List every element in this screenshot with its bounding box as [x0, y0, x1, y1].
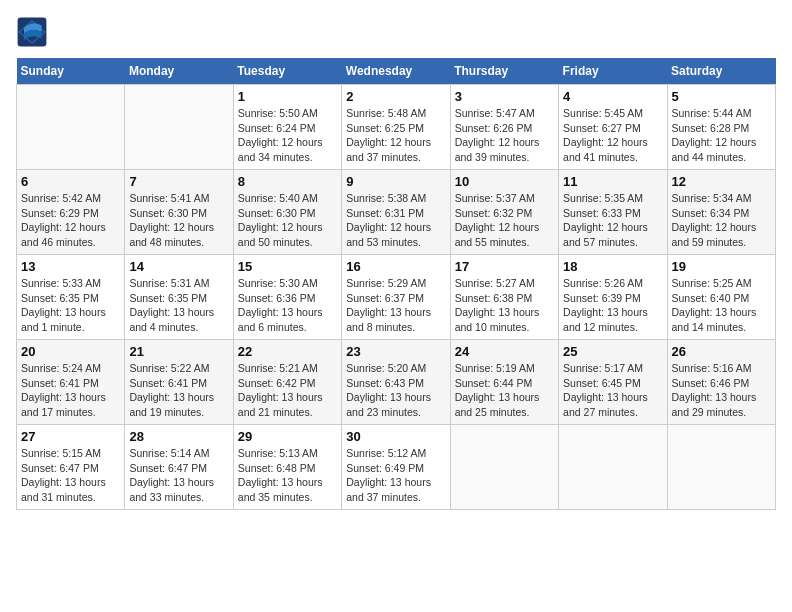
day-number: 18	[563, 259, 662, 274]
calendar-cell: 28Sunrise: 5:14 AM Sunset: 6:47 PM Dayli…	[125, 425, 233, 510]
calendar-cell	[450, 425, 558, 510]
calendar-week-row: 1Sunrise: 5:50 AM Sunset: 6:24 PM Daylig…	[17, 85, 776, 170]
calendar-cell: 1Sunrise: 5:50 AM Sunset: 6:24 PM Daylig…	[233, 85, 341, 170]
calendar-week-row: 6Sunrise: 5:42 AM Sunset: 6:29 PM Daylig…	[17, 170, 776, 255]
day-number: 12	[672, 174, 771, 189]
calendar-cell: 7Sunrise: 5:41 AM Sunset: 6:30 PM Daylig…	[125, 170, 233, 255]
calendar-cell: 5Sunrise: 5:44 AM Sunset: 6:28 PM Daylig…	[667, 85, 775, 170]
day-number: 4	[563, 89, 662, 104]
calendar-cell: 16Sunrise: 5:29 AM Sunset: 6:37 PM Dayli…	[342, 255, 450, 340]
calendar-cell: 20Sunrise: 5:24 AM Sunset: 6:41 PM Dayli…	[17, 340, 125, 425]
calendar-cell: 6Sunrise: 5:42 AM Sunset: 6:29 PM Daylig…	[17, 170, 125, 255]
calendar-cell: 11Sunrise: 5:35 AM Sunset: 6:33 PM Dayli…	[559, 170, 667, 255]
col-header-saturday: Saturday	[667, 58, 775, 85]
calendar-cell: 29Sunrise: 5:13 AM Sunset: 6:48 PM Dayli…	[233, 425, 341, 510]
day-detail: Sunrise: 5:27 AM Sunset: 6:38 PM Dayligh…	[455, 276, 554, 335]
header	[16, 16, 776, 48]
day-detail: Sunrise: 5:41 AM Sunset: 6:30 PM Dayligh…	[129, 191, 228, 250]
day-number: 25	[563, 344, 662, 359]
day-detail: Sunrise: 5:47 AM Sunset: 6:26 PM Dayligh…	[455, 106, 554, 165]
day-number: 14	[129, 259, 228, 274]
day-number: 2	[346, 89, 445, 104]
col-header-wednesday: Wednesday	[342, 58, 450, 85]
logo-icon	[16, 16, 48, 48]
col-header-thursday: Thursday	[450, 58, 558, 85]
day-number: 27	[21, 429, 120, 444]
day-number: 19	[672, 259, 771, 274]
calendar-cell	[667, 425, 775, 510]
calendar-cell: 18Sunrise: 5:26 AM Sunset: 6:39 PM Dayli…	[559, 255, 667, 340]
day-detail: Sunrise: 5:37 AM Sunset: 6:32 PM Dayligh…	[455, 191, 554, 250]
day-detail: Sunrise: 5:25 AM Sunset: 6:40 PM Dayligh…	[672, 276, 771, 335]
calendar-cell: 19Sunrise: 5:25 AM Sunset: 6:40 PM Dayli…	[667, 255, 775, 340]
day-number: 10	[455, 174, 554, 189]
calendar-cell: 9Sunrise: 5:38 AM Sunset: 6:31 PM Daylig…	[342, 170, 450, 255]
calendar-cell: 4Sunrise: 5:45 AM Sunset: 6:27 PM Daylig…	[559, 85, 667, 170]
day-number: 20	[21, 344, 120, 359]
day-number: 5	[672, 89, 771, 104]
day-detail: Sunrise: 5:26 AM Sunset: 6:39 PM Dayligh…	[563, 276, 662, 335]
day-detail: Sunrise: 5:21 AM Sunset: 6:42 PM Dayligh…	[238, 361, 337, 420]
calendar-cell: 8Sunrise: 5:40 AM Sunset: 6:30 PM Daylig…	[233, 170, 341, 255]
day-number: 13	[21, 259, 120, 274]
calendar-cell	[17, 85, 125, 170]
calendar-cell: 10Sunrise: 5:37 AM Sunset: 6:32 PM Dayli…	[450, 170, 558, 255]
col-header-tuesday: Tuesday	[233, 58, 341, 85]
day-number: 6	[21, 174, 120, 189]
calendar-week-row: 27Sunrise: 5:15 AM Sunset: 6:47 PM Dayli…	[17, 425, 776, 510]
calendar-week-row: 20Sunrise: 5:24 AM Sunset: 6:41 PM Dayli…	[17, 340, 776, 425]
calendar-cell: 22Sunrise: 5:21 AM Sunset: 6:42 PM Dayli…	[233, 340, 341, 425]
day-detail: Sunrise: 5:48 AM Sunset: 6:25 PM Dayligh…	[346, 106, 445, 165]
calendar-cell: 24Sunrise: 5:19 AM Sunset: 6:44 PM Dayli…	[450, 340, 558, 425]
day-number: 8	[238, 174, 337, 189]
day-number: 11	[563, 174, 662, 189]
calendar-table: SundayMondayTuesdayWednesdayThursdayFrid…	[16, 58, 776, 510]
day-detail: Sunrise: 5:24 AM Sunset: 6:41 PM Dayligh…	[21, 361, 120, 420]
col-header-monday: Monday	[125, 58, 233, 85]
calendar-cell: 25Sunrise: 5:17 AM Sunset: 6:45 PM Dayli…	[559, 340, 667, 425]
day-detail: Sunrise: 5:35 AM Sunset: 6:33 PM Dayligh…	[563, 191, 662, 250]
day-detail: Sunrise: 5:14 AM Sunset: 6:47 PM Dayligh…	[129, 446, 228, 505]
day-number: 28	[129, 429, 228, 444]
calendar-cell: 17Sunrise: 5:27 AM Sunset: 6:38 PM Dayli…	[450, 255, 558, 340]
day-number: 15	[238, 259, 337, 274]
day-number: 30	[346, 429, 445, 444]
day-detail: Sunrise: 5:45 AM Sunset: 6:27 PM Dayligh…	[563, 106, 662, 165]
calendar-cell: 14Sunrise: 5:31 AM Sunset: 6:35 PM Dayli…	[125, 255, 233, 340]
day-number: 16	[346, 259, 445, 274]
day-detail: Sunrise: 5:13 AM Sunset: 6:48 PM Dayligh…	[238, 446, 337, 505]
calendar-cell	[125, 85, 233, 170]
calendar-cell: 21Sunrise: 5:22 AM Sunset: 6:41 PM Dayli…	[125, 340, 233, 425]
day-detail: Sunrise: 5:17 AM Sunset: 6:45 PM Dayligh…	[563, 361, 662, 420]
day-detail: Sunrise: 5:38 AM Sunset: 6:31 PM Dayligh…	[346, 191, 445, 250]
day-number: 26	[672, 344, 771, 359]
calendar-cell: 2Sunrise: 5:48 AM Sunset: 6:25 PM Daylig…	[342, 85, 450, 170]
day-detail: Sunrise: 5:15 AM Sunset: 6:47 PM Dayligh…	[21, 446, 120, 505]
day-number: 22	[238, 344, 337, 359]
day-detail: Sunrise: 5:34 AM Sunset: 6:34 PM Dayligh…	[672, 191, 771, 250]
calendar-cell: 23Sunrise: 5:20 AM Sunset: 6:43 PM Dayli…	[342, 340, 450, 425]
day-number: 24	[455, 344, 554, 359]
day-detail: Sunrise: 5:19 AM Sunset: 6:44 PM Dayligh…	[455, 361, 554, 420]
col-header-friday: Friday	[559, 58, 667, 85]
calendar-cell: 3Sunrise: 5:47 AM Sunset: 6:26 PM Daylig…	[450, 85, 558, 170]
calendar-week-row: 13Sunrise: 5:33 AM Sunset: 6:35 PM Dayli…	[17, 255, 776, 340]
calendar-cell: 30Sunrise: 5:12 AM Sunset: 6:49 PM Dayli…	[342, 425, 450, 510]
day-number: 1	[238, 89, 337, 104]
logo	[16, 16, 52, 48]
day-number: 23	[346, 344, 445, 359]
day-detail: Sunrise: 5:44 AM Sunset: 6:28 PM Dayligh…	[672, 106, 771, 165]
day-number: 3	[455, 89, 554, 104]
day-detail: Sunrise: 5:16 AM Sunset: 6:46 PM Dayligh…	[672, 361, 771, 420]
calendar-cell: 15Sunrise: 5:30 AM Sunset: 6:36 PM Dayli…	[233, 255, 341, 340]
calendar-cell	[559, 425, 667, 510]
day-detail: Sunrise: 5:31 AM Sunset: 6:35 PM Dayligh…	[129, 276, 228, 335]
day-number: 7	[129, 174, 228, 189]
day-number: 29	[238, 429, 337, 444]
day-detail: Sunrise: 5:12 AM Sunset: 6:49 PM Dayligh…	[346, 446, 445, 505]
day-detail: Sunrise: 5:42 AM Sunset: 6:29 PM Dayligh…	[21, 191, 120, 250]
calendar-header-row: SundayMondayTuesdayWednesdayThursdayFrid…	[17, 58, 776, 85]
col-header-sunday: Sunday	[17, 58, 125, 85]
day-detail: Sunrise: 5:22 AM Sunset: 6:41 PM Dayligh…	[129, 361, 228, 420]
day-detail: Sunrise: 5:29 AM Sunset: 6:37 PM Dayligh…	[346, 276, 445, 335]
